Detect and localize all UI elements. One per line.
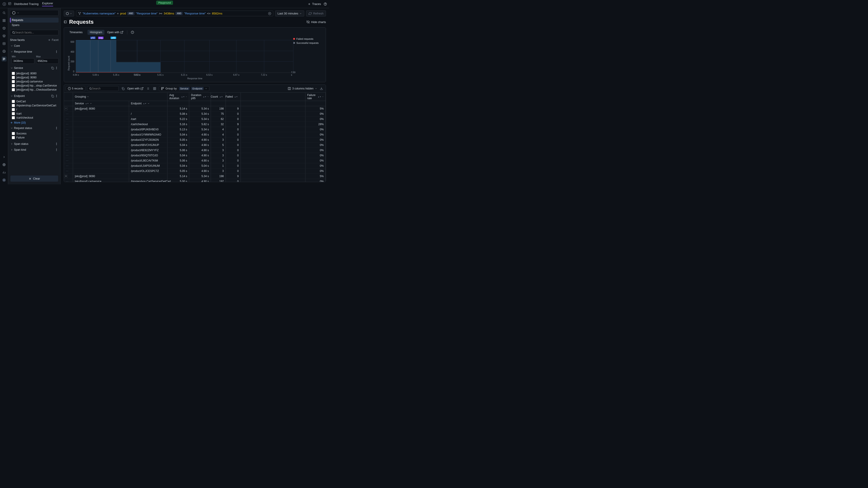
- table-row[interactable]: +[eks][prod] :90905.14 s5.34 s19895%: [64, 174, 326, 179]
- table-row[interactable]: ⋯[eks][prod] cartservice/hipstershop.Car…: [64, 179, 326, 182]
- refresh-button[interactable]: Refresh: [306, 10, 326, 17]
- endpoint-option[interactable]: /cart/checkout: [12, 116, 59, 120]
- col-failrate[interactable]: Failure rate▲▼: [305, 93, 326, 101]
- service-option[interactable]: [eks][prod] :8080: [12, 71, 59, 75]
- table-row[interactable]: ⋯/product/LS4PSXUNUM5.04 s5.04 s100%: [64, 163, 326, 168]
- legend-success[interactable]: Successful requests: [293, 41, 322, 44]
- nav-search-icon[interactable]: [2, 10, 6, 15]
- service-option[interactable]: [eks][prod] hip…shop.CartService: [12, 84, 59, 88]
- status-failure-row[interactable]: Failure: [12, 135, 59, 140]
- clear-query-button[interactable]: [268, 12, 271, 15]
- nav-avatar-icon[interactable]: D: [2, 177, 6, 183]
- more-icon[interactable]: [55, 50, 58, 53]
- chart-info-icon[interactable]: [131, 31, 134, 34]
- expand-button[interactable]: −: [64, 107, 68, 110]
- clear-button[interactable]: Clear: [10, 175, 58, 182]
- tab-explorer[interactable]: Explorer: [42, 2, 53, 6]
- tab-histogram[interactable]: Histogram: [88, 30, 104, 35]
- group-pill-service[interactable]: Service: [179, 87, 190, 90]
- list-view-icon[interactable]: [145, 87, 150, 91]
- col-endpoint[interactable]: Endpoint▲▼: [129, 101, 167, 106]
- col-avg[interactable]: Avg duration▲▼: [167, 93, 189, 101]
- max-input[interactable]: [36, 58, 59, 64]
- col-p95[interactable]: Duration p95▲▼: [189, 93, 211, 101]
- col-grouping[interactable]: Grouping: [73, 93, 167, 101]
- group-by-selector[interactable]: Group by: Service Endpoint: [159, 86, 209, 91]
- more-icon[interactable]: [55, 127, 58, 130]
- more-icon[interactable]: [55, 148, 58, 151]
- legend-failed[interactable]: Failed requests: [293, 37, 322, 40]
- copy-button[interactable]: [121, 87, 125, 91]
- copy-icon[interactable]: [51, 66, 54, 70]
- facet-span-status[interactable]: Span status: [10, 141, 59, 147]
- help-icon[interactable]: [324, 2, 327, 6]
- table-row[interactable]: ⋯/product/OLJCESPC7Z5.05 s4.90 s300%: [64, 168, 326, 174]
- table-row[interactable]: ⋯/cart5.22 s5.34 s6200%: [64, 117, 326, 122]
- expand-button[interactable]: +: [64, 175, 68, 178]
- traces-button[interactable]: Traces: [308, 2, 321, 6]
- table-row[interactable]: ⋯/product/2ZYFJ3GM2N5.05 s4.90 s300%: [64, 137, 326, 142]
- table-row[interactable]: ⋯/product/9SIQT8TOJO5.04 s4.90 s300%: [64, 153, 326, 158]
- sidebar-item-spans[interactable]: Spans: [10, 23, 59, 28]
- table-row[interactable]: ⋯/product/L9ECAV7KIM5.06 s4.90 s300%: [64, 158, 326, 163]
- sidebar-item-requests[interactable]: Requests: [10, 18, 59, 23]
- table-row[interactable]: ⋯/product/1YMWWN1N4O5.04 s4.90 s400%: [64, 132, 326, 137]
- tab-timeseries[interactable]: Timeseries: [67, 30, 85, 35]
- facet-search-input[interactable]: [15, 31, 57, 34]
- hide-charts-button[interactable]: Hide charts: [307, 20, 326, 24]
- nav-layers-icon[interactable]: [2, 33, 6, 38]
- table-row[interactable]: ⋯/5.08 s5.34 s7500%: [64, 111, 326, 117]
- copy-icon[interactable]: [51, 94, 54, 98]
- nav-target-icon[interactable]: [2, 162, 6, 167]
- facet-span-kind[interactable]: Span kind: [10, 147, 59, 152]
- download-button[interactable]: [319, 87, 324, 91]
- endpoint-option[interactable]: GetCart: [12, 99, 59, 103]
- more-icon[interactable]: [55, 94, 58, 98]
- nav-cube-icon[interactable]: [2, 26, 6, 31]
- col-service[interactable]: Service▲▼: [73, 101, 129, 106]
- table-row[interactable]: ⋯/product/6E92ZMYYFZ5.06 s4.90 s300%: [64, 148, 326, 153]
- group-pill-endpoint[interactable]: Endpoint: [191, 87, 204, 90]
- more-icon[interactable]: [55, 66, 58, 70]
- table-search[interactable]: [87, 86, 119, 91]
- nav-dashboard-icon[interactable]: [2, 41, 6, 46]
- facet-service[interactable]: Service: [10, 66, 59, 70]
- table-search-input[interactable]: [92, 87, 117, 90]
- query-input[interactable]: "Kubernetes namespace" = prod AND "Respo…: [76, 11, 273, 16]
- more-endpoints[interactable]: More (10): [10, 121, 59, 125]
- facet-endpoint[interactable]: Endpoint: [10, 94, 59, 98]
- nav-expand-icon[interactable]: [2, 155, 6, 160]
- nav-gear-icon[interactable]: [2, 49, 6, 54]
- facet-search[interactable]: [10, 30, 59, 35]
- table-row[interactable]: ⋯/cart/checkout5.16 s5.82 s32928%: [64, 122, 326, 127]
- status-success-row[interactable]: Success: [12, 131, 59, 135]
- table-open-with[interactable]: Open with: [127, 87, 144, 90]
- table-row[interactable]: ⋯/product/0PUK6V6EV05.13 s5.34 s400%: [64, 127, 326, 132]
- more-icon[interactable]: [55, 142, 58, 145]
- logo-icon[interactable]: [2, 2, 6, 6]
- table-view-icon[interactable]: [152, 87, 157, 91]
- nav-apps-icon[interactable]: [2, 18, 6, 23]
- time-range-button[interactable]: Last 30 minutes: [275, 10, 305, 17]
- min-input[interactable]: [12, 58, 34, 64]
- endpoint-option[interactable]: /hipstershop.CartService/GetCart: [12, 103, 59, 107]
- facet-core[interactable]: Core: [10, 43, 59, 48]
- scope-selector-sidebar[interactable]: [10, 10, 59, 16]
- endpoint-option[interactable]: /cart: [12, 111, 59, 116]
- chart-open-with[interactable]: Open with: [107, 31, 123, 34]
- facet-response-time[interactable]: Response time: [10, 49, 59, 54]
- nav-chart-icon[interactable]: [2, 170, 6, 175]
- col-failed[interactable]: Failed▲▼: [226, 93, 241, 101]
- scope-button[interactable]: [64, 11, 74, 17]
- service-option[interactable]: [eks][prod] hip…CheckoutService: [12, 88, 59, 92]
- add-facet-button[interactable]: Facet: [48, 38, 59, 41]
- table-row[interactable]: ⋯/product/66VCHSJNUP5.04 s4.90 s500%: [64, 142, 326, 148]
- service-option[interactable]: [eks][prod] cartservice: [12, 79, 59, 84]
- columns-hidden-button[interactable]: 3 columns hidden: [288, 87, 317, 90]
- histogram-plot[interactable]: p50avgp90 4.84 s5.09 s5.35 s5.61 s5.62 s…: [76, 40, 293, 73]
- facet-request-status[interactable]: Request status: [10, 126, 59, 131]
- nav-tracing-icon[interactable]: [2, 57, 6, 61]
- sidebar-toggle-icon[interactable]: [64, 20, 67, 24]
- table-row[interactable]: −[eks][prod] :80805.14 s5.34 s19895%: [64, 106, 326, 111]
- col-count[interactable]: Count▲▼: [211, 93, 226, 101]
